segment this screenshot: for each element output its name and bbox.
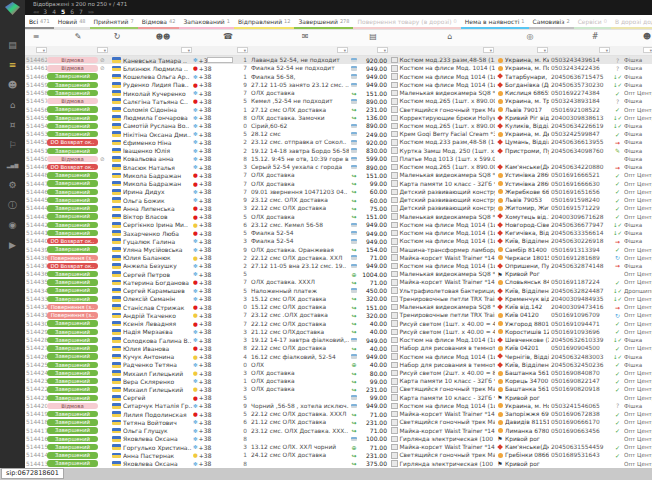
- column-filter-dropdown-6[interactable]: ▾: [483, 47, 494, 53]
- stats-icon[interactable]: ▂▄▆: [0, 159, 25, 171]
- tab-9[interactable]: Самовивіз2: [529, 15, 574, 29]
- order-row[interactable]: 514414ЗавершенийАнна Пастернак●+38124.12…: [25, 451, 652, 459]
- order-row[interactable]: 514428ЗавершенийСолодкова Галина В..✻+38…: [25, 336, 652, 344]
- tab-11[interactable]: В дорозі додому0: [611, 15, 652, 29]
- tab-6[interactable]: Завершений278: [294, 15, 353, 29]
- order-row[interactable]: 514449DO Возврат ок..Власюк Наталья✻+383…: [25, 163, 652, 171]
- payment-icon[interactable]: ▤: [369, 31, 377, 43]
- clients-icon[interactable]: ☻☻: [156, 31, 171, 43]
- page-number-7[interactable]: 7: [79, 8, 83, 15]
- campaigns-icon[interactable]: ⚐: [0, 139, 25, 151]
- tab-10[interactable]: Сервіси0: [574, 15, 611, 29]
- order-row[interactable]: 514425ЗавершенийРадченко Тетяна✻+380ОЛХ⊕…: [25, 361, 652, 369]
- dashboard-icon[interactable]: ▤: [0, 39, 25, 51]
- page-number-6[interactable]: 6: [70, 8, 74, 15]
- order-row[interactable]: 514434ЗавершенийСергей Карамышев✻+385Нал…: [25, 287, 652, 295]
- order-row[interactable]: 514422ЗавершенийМихаил Гилецький●+383ОЛХ…: [25, 385, 652, 393]
- refusal-reason-icon[interactable]: ⊘: [100, 65, 105, 71]
- order-row[interactable]: 514432Повернення (з..Станіслав Стрижак●+…: [25, 303, 652, 311]
- product-icon[interactable]: ⌂: [447, 31, 452, 43]
- order-row[interactable]: 514451ЗавершенийІващенко Юлія✻+38219.12 …: [25, 147, 652, 155]
- order-row[interactable]: 514457ВідмоваСалєгіна Татьяна С..●+385Ке…: [25, 97, 652, 105]
- order-row[interactable]: 514433ЗавершенийОлексій Семанін✻+38315.1…: [25, 295, 652, 303]
- range-dropdown-caret[interactable]: ▾: [109, 1, 112, 7]
- order-row[interactable]: 514430ЗавершенийКсенія Левадняя●+38722.1…: [25, 320, 652, 328]
- page-number-3[interactable]: 3: [43, 8, 47, 15]
- page-number-4[interactable]: 4: [52, 8, 56, 15]
- settings-icon[interactable]: ⚙: [0, 179, 25, 191]
- info-icon[interactable]: ⓘ: [0, 199, 25, 211]
- column-filter-dropdown-8[interactable]: ▾: [599, 47, 610, 53]
- order-row[interactable]: 514440DO Возврат ок..Гуцалюк Галина✻+383…: [25, 237, 652, 245]
- tracking-icon[interactable]: #: [592, 31, 599, 43]
- last-page-button[interactable]: »»: [88, 8, 93, 15]
- order-row[interactable]: 514426ЗавершенийКучук Антонина●+38416.12…: [25, 352, 652, 360]
- order-row[interactable]: 514420ВідмоваСитарчук Наталія Гр..✻+389Ч…: [25, 402, 652, 410]
- order-row[interactable]: 514416ЗавершенийЯковлева Оксана✻+388100.…: [25, 435, 652, 443]
- tab-all[interactable]: Всі471: [25, 15, 54, 29]
- tab-4[interactable]: Запакований1: [179, 15, 234, 29]
- order-row[interactable]: 514446ЗавершенийИрина Дидух✻+38709.01 зв…: [25, 188, 652, 196]
- order-row[interactable]: 514427ЗавершенийЮлия Иванова●+38822.12 с…: [25, 344, 652, 352]
- tab-3[interactable]: Відмова42: [138, 15, 180, 29]
- order-row[interactable]: 514448ЗавершенийМикола Бадражан●+387ОЛХ …: [25, 171, 652, 179]
- orders-icon[interactable]: ≡: [0, 59, 25, 71]
- column-filter-dropdown-5[interactable]: ▾: [377, 47, 388, 53]
- order-row[interactable]: 514429ЗавершенийНадія Мерзаєва✻+38321.12…: [25, 328, 652, 336]
- order-row[interactable]: 514417ЗавершенийОльга Глущук✻+38023.12 с…: [25, 427, 652, 435]
- tab-1[interactable]: Новий48: [54, 15, 90, 29]
- comment-icon[interactable]: ✉: [302, 31, 309, 43]
- order-row[interactable]: 514453ЗавершенийНікітіна Оксана Дми..✻+3…: [25, 130, 652, 138]
- refresh-icon[interactable]: ↻: [114, 31, 121, 43]
- clients-icon[interactable]: ☻: [0, 79, 25, 91]
- column-filter-dropdown-9[interactable]: ▾: [643, 47, 652, 53]
- warehouse-icon[interactable]: ⌂: [0, 99, 25, 111]
- order-row[interactable]: 514415ЗавершенийГоргулько Христина..✻+38…: [25, 443, 652, 451]
- video-icon[interactable]: ▶: [0, 239, 25, 251]
- order-row[interactable]: 514445ЗавершенийОльга Божик✻+38923.12 см…: [25, 196, 652, 204]
- tab-8[interactable]: Нема в наявності1: [461, 15, 529, 29]
- order-row[interactable]: 514419ЗавершенийЛилия Подолинская●+38522…: [25, 410, 652, 418]
- column-filter-dropdown-4[interactable]: ▾: [337, 47, 348, 53]
- order-row[interactable]: 514439ЗавершенийУляна Мусійовська✻+389ОЛ…: [25, 245, 652, 253]
- order-row[interactable]: 514461Відмова⊘Близнюк Людмила ..●+387Фиа…: [25, 64, 652, 72]
- order-row[interactable]: 514431Повернення (з..Андрій Ткаченко●+38…: [25, 311, 652, 319]
- order-row[interactable]: 514424ЗавершенийМихаил Гилецький●+383ОЛХ…: [25, 369, 652, 377]
- column-filter-dropdown-7[interactable]: ▾: [537, 47, 548, 53]
- order-row[interactable]: 514413ЗавершенийЯковлева Оксана✻+388↪375…: [25, 459, 652, 467]
- order-row[interactable]: 514455ЗавершенийЛюдмила Гончарова✻+388ОЛ…: [25, 114, 652, 122]
- phone-icon[interactable]: ☎: [223, 31, 233, 43]
- order-row[interactable]: 514447ЗавершенийМикола Бадражан●+387ОЛХ …: [25, 180, 652, 188]
- reviews-icon[interactable]: ◉: [0, 219, 25, 231]
- location-icon[interactable]: ◎: [527, 31, 534, 43]
- order-id-icon[interactable]: ≡: [33, 31, 40, 43]
- order-row[interactable]: 514450Відмова⊘Ковальова анна✻+38815.12. …: [25, 155, 652, 163]
- order-row[interactable]: 514443ЗавершенийВіктор Власов●+385ОЛХ до…: [25, 212, 652, 220]
- status-icon[interactable]: ✎: [75, 31, 82, 43]
- order-row[interactable]: 514435ЗавершенийКатерина Богданова●+387О…: [25, 278, 652, 286]
- manager-icon[interactable]: ☻: [643, 31, 651, 43]
- column-filter-dropdown-2[interactable]: ▾: [181, 47, 192, 53]
- tab-5[interactable]: Відправлений12: [234, 15, 295, 29]
- first-page-button[interactable]: ««: [33, 8, 38, 15]
- order-row[interactable]: 514442ЗавершенийСергієнко Ірина Ми..●+38…: [25, 221, 652, 229]
- refusal-reason-icon[interactable]: ⊘: [100, 57, 105, 63]
- purchases-icon[interactable]: ¤: [0, 119, 25, 131]
- order-row[interactable]: 514460ЗавершенийКошелева Ольга Ар..✻+381…: [25, 72, 652, 80]
- order-row[interactable]: 514462Відмова⊘Каневська Тамара ..✻+381Ла…: [25, 56, 652, 64]
- order-row[interactable]: 514423ЗавершенийВера Скляренко✻+381ОЛХ д…: [25, 377, 652, 385]
- order-row[interactable]: 514452DO Возврат ок..Єфименко Ніна✻+3822…: [25, 138, 652, 146]
- refusal-reason-icon[interactable]: ⊘: [100, 156, 105, 162]
- order-row[interactable]: 514444ЗавершенийАнна Липенська●+38322.12…: [25, 204, 652, 212]
- order-row[interactable]: 514454ЗавершенийСамотій Руслана Во..✻+38…: [25, 122, 652, 130]
- order-row[interactable]: 514421ЗавершенийСергей●+38599.00Карта па…: [25, 394, 652, 402]
- app-logo-icon[interactable]: [5, 2, 20, 15]
- order-row[interactable]: 514458ЗавершенийНиколай Кучеренко✻+387ОЛ…: [25, 89, 652, 97]
- order-row[interactable]: 514438Повернення (з..Юлия Баланюк●+38222…: [25, 254, 652, 262]
- order-row[interactable]: 514437DO Возврат ок..Анжела Безушку✻+382…: [25, 262, 652, 270]
- tab-7[interactable]: Повернення товару (в дорозі)0: [353, 15, 460, 29]
- column-filter-dropdown-3[interactable]: ▾: [237, 47, 248, 53]
- order-row[interactable]: 514441ЗавершенийЗахарченко Люба●+385Фиал…: [25, 229, 652, 237]
- page-number-5[interactable]: 5: [61, 8, 65, 15]
- phone-inline-input[interactable]: [207, 57, 233, 63]
